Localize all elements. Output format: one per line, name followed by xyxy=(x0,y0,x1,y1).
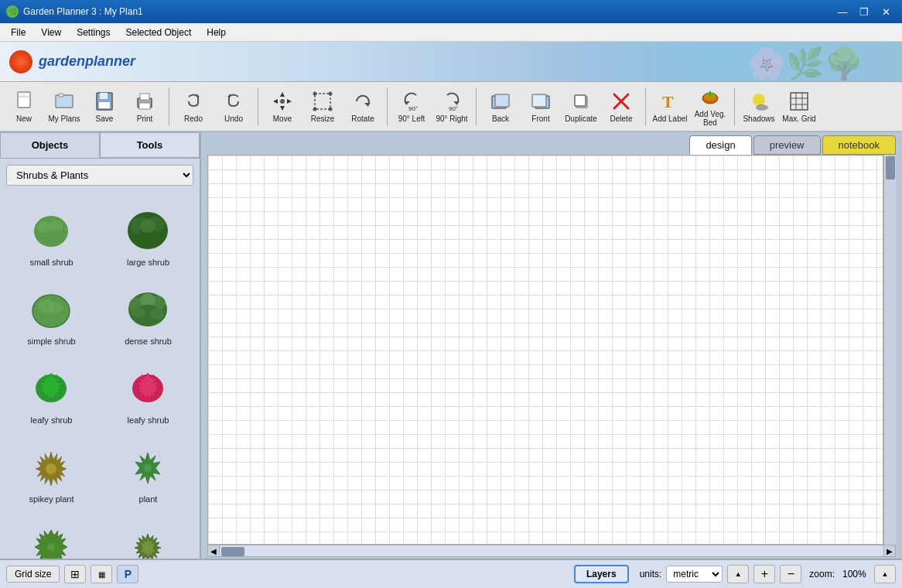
object-item-plant-dense[interactable]: plant xyxy=(100,511,196,559)
svg-rect-31 xyxy=(532,94,546,107)
menu-selected-object[interactable]: Selected Object xyxy=(118,26,200,39)
add-label-button[interactable]: T Add Label xyxy=(651,85,689,128)
menu-file[interactable]: File xyxy=(3,26,33,39)
canvas-wrapper xyxy=(207,155,896,545)
svg-rect-6 xyxy=(100,93,108,99)
hscroll-right[interactable]: ▶ xyxy=(883,545,896,557)
delete-button[interactable]: Delete xyxy=(602,85,641,128)
max-grid-button[interactable]: Max. Grid xyxy=(780,85,818,128)
redo-button[interactable]: Redo xyxy=(174,85,213,128)
left-panel: Objects Tools Shrubs & Plants Trees Stru… xyxy=(0,132,201,559)
menu-bar: File View Settings Selected Object Help xyxy=(0,23,902,42)
svg-marker-15 xyxy=(273,99,278,104)
object-item-spiky[interactable]: spikey plant xyxy=(3,432,100,511)
resize-button[interactable]: Resize xyxy=(303,85,342,128)
object-item-leafy-red[interactable]: leafy shrub xyxy=(100,353,196,432)
units-label: units: xyxy=(640,569,662,579)
svg-point-39 xyxy=(753,94,765,106)
svg-rect-33 xyxy=(575,95,586,106)
new-label: New xyxy=(16,115,32,123)
menu-settings[interactable]: Settings xyxy=(69,26,118,39)
tab-design[interactable]: design xyxy=(689,135,751,155)
toolbar: New My Plans Save Print Redo Undo Move R… xyxy=(0,82,902,132)
canvas-main[interactable] xyxy=(207,155,883,545)
svg-marker-12 xyxy=(227,94,231,97)
add-veg-bed-label: Add Veg. Bed xyxy=(692,110,729,127)
logo: gardenplanner xyxy=(9,50,135,74)
units-arrow-icon[interactable]: ▲ xyxy=(727,565,749,583)
tab-objects[interactable]: Objects xyxy=(0,132,100,158)
logo-text: gardenplanner xyxy=(39,53,135,70)
move-button[interactable]: Move xyxy=(263,85,302,128)
minimize-button[interactable]: — xyxy=(832,3,852,20)
save-button[interactable]: Save xyxy=(85,85,124,128)
90left-label: 90° Left xyxy=(398,115,425,123)
resize-label: Resize xyxy=(311,115,335,123)
logo-icon xyxy=(9,50,32,74)
objects-grid: small shrub large shrub xyxy=(0,192,200,559)
svg-rect-41 xyxy=(791,93,808,110)
hscroll-left[interactable]: ◀ xyxy=(207,545,220,557)
my-plans-button[interactable]: My Plans xyxy=(45,85,84,128)
svg-point-20 xyxy=(329,91,333,95)
title-bar-title: Garden Planner 3 : My Plan1 xyxy=(23,6,143,17)
tab-preview[interactable]: preview xyxy=(753,135,821,155)
category-select[interactable]: Shrubs & Plants Trees Structures Paths V… xyxy=(6,165,193,186)
zoom-label: zoom: xyxy=(809,569,835,579)
grid-background xyxy=(208,156,883,544)
grid-view-icon[interactable]: ⊞ xyxy=(64,565,86,583)
save-label: Save xyxy=(96,115,114,123)
add-veg-bed-button[interactable]: Add Veg. Bed xyxy=(691,85,729,128)
svg-marker-24 xyxy=(404,101,410,104)
object-item-simple-shrub[interactable]: simple shrub xyxy=(3,274,100,353)
logo-bar: gardenplanner 🌸🌿🌳 xyxy=(0,42,902,82)
hscroll-track[interactable] xyxy=(220,545,883,557)
object-item-small-shrub[interactable]: small shrub xyxy=(3,195,100,274)
object-item-dense-shrub[interactable]: dense shrub xyxy=(100,274,196,353)
zoom-in-button[interactable]: + xyxy=(753,565,775,583)
tab-tools[interactable]: Tools xyxy=(100,132,200,158)
tab-notebook[interactable]: notebook xyxy=(822,135,897,155)
view-tabs: design preview notebook xyxy=(201,132,902,155)
vscroll-thumb[interactable] xyxy=(886,156,895,179)
shadows-label: Shadows xyxy=(743,115,774,123)
dense-shrub-label: dense shrub xyxy=(125,337,172,346)
shadows-button[interactable]: Shadows xyxy=(740,85,778,128)
object-item-leafy-green[interactable]: leafy shrub xyxy=(3,353,100,432)
zoom-arrow-icon[interactable]: ▲ xyxy=(874,565,896,583)
front-button[interactable]: Front xyxy=(521,85,560,128)
menu-view[interactable]: View xyxy=(33,26,69,39)
object-item-plant-star[interactable]: plant xyxy=(100,432,196,511)
svg-point-71 xyxy=(47,543,55,551)
new-button[interactable]: New xyxy=(5,85,43,128)
menu-help[interactable]: Help xyxy=(199,26,234,39)
close-button[interactable]: ✕ xyxy=(876,3,896,20)
grid-size-button[interactable]: Grid size xyxy=(6,566,60,583)
grid-p-icon[interactable]: P xyxy=(117,565,138,583)
print-button[interactable]: Print xyxy=(125,85,164,128)
back-button[interactable]: Back xyxy=(481,85,520,128)
zoom-value: 100% xyxy=(842,569,870,579)
rotate-label: Rotate xyxy=(351,115,374,123)
layers-button[interactable]: Layers xyxy=(574,565,629,583)
zoom-out-button[interactable]: − xyxy=(780,565,801,583)
object-item-plant-green2[interactable]: plant xyxy=(3,511,100,559)
90right-button[interactable]: 90° 90° Right xyxy=(432,85,471,128)
object-item-large-shrub[interactable]: large shrub xyxy=(100,195,196,274)
grid-size-small-icon[interactable]: ▦ xyxy=(91,565,112,583)
svg-rect-18 xyxy=(315,94,330,109)
maximize-button[interactable]: ❐ xyxy=(854,3,874,20)
rotate-button[interactable]: Rotate xyxy=(343,85,382,128)
90left-button[interactable]: 90° 90° Left xyxy=(392,85,431,128)
units-select[interactable]: metric imperial xyxy=(666,566,723,583)
duplicate-button[interactable]: Duplicate xyxy=(562,85,600,128)
app-icon: 🌿 xyxy=(6,5,19,18)
svg-rect-29 xyxy=(495,94,509,107)
svg-rect-9 xyxy=(140,94,149,100)
svg-text:T: T xyxy=(662,92,674,111)
hscroll-thumb[interactable] xyxy=(221,547,244,556)
large-shrub-label: large shrub xyxy=(127,258,169,267)
undo-button[interactable]: Undo xyxy=(214,85,253,128)
svg-text:90°: 90° xyxy=(449,105,458,112)
canvas-vertical-scrollbar[interactable] xyxy=(883,155,896,545)
